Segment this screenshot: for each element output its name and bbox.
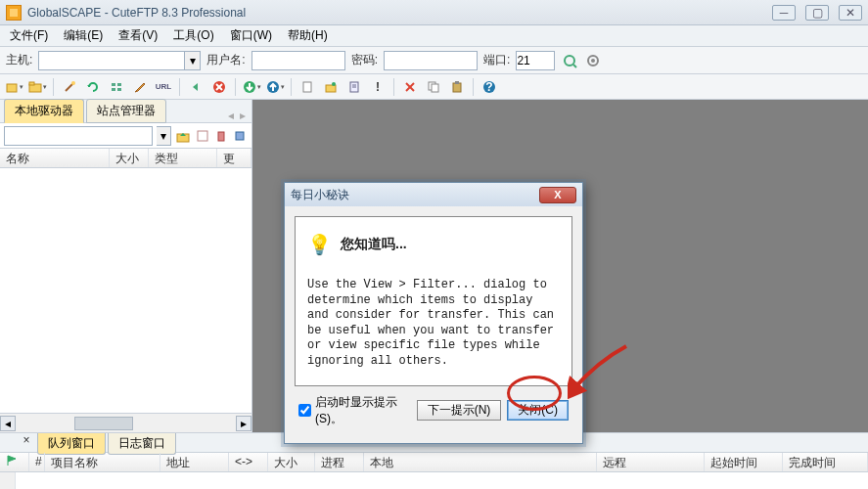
horizontal-scrollbar[interactable]: ◂ ▸ xyxy=(0,413,251,432)
tip-dialog: 每日小秘诀 X 💡 您知道吗... Use the View > Filter.… xyxy=(284,182,583,444)
cut-icon[interactable] xyxy=(400,77,420,97)
qcol-start[interactable]: 起始时间 xyxy=(705,453,783,471)
qcol-size[interactable]: 大小 xyxy=(268,453,315,471)
script-icon[interactable] xyxy=(344,77,364,97)
dialog-title-bar[interactable]: 每日小秘诀 X xyxy=(285,183,582,206)
connect-icon[interactable] xyxy=(561,52,578,69)
port-label: 端口: xyxy=(483,52,510,68)
menu-bar: 文件(F) 编辑(E) 查看(V) 工具(O) 窗口(W) 帮助(H) xyxy=(0,25,868,47)
copy-icon[interactable] xyxy=(424,77,443,97)
tab-queue[interactable]: 队列窗口 xyxy=(37,433,106,455)
paste-icon[interactable] xyxy=(447,77,467,97)
user-label: 用户名: xyxy=(206,52,245,68)
username-input[interactable] xyxy=(251,51,345,70)
folder-up-icon[interactable] xyxy=(175,128,190,144)
help-icon[interactable]: ? xyxy=(480,77,499,97)
tab-local-drives[interactable]: 本地驱动器 xyxy=(4,99,84,123)
edit-icon[interactable] xyxy=(130,77,150,97)
dialog-close-icon[interactable]: X xyxy=(539,187,576,203)
host-input[interactable] xyxy=(38,51,185,70)
menu-edit[interactable]: 编辑(E) xyxy=(58,25,109,46)
svg-rect-6 xyxy=(29,82,34,85)
more-icon[interactable] xyxy=(233,128,248,144)
scroll-thumb[interactable] xyxy=(74,417,133,430)
toolbar: ▾ ▾ URL ▾ ▾ ! ? xyxy=(0,74,868,100)
tab-log[interactable]: 日志窗口 xyxy=(108,433,176,455)
tab-site-manager[interactable]: 站点管理器 xyxy=(86,99,166,123)
next-tip-button[interactable]: 下一提示(N) xyxy=(417,400,502,421)
svg-point-20 xyxy=(332,82,336,86)
port-input[interactable] xyxy=(516,51,555,70)
col-more[interactable]: 更 xyxy=(217,149,251,167)
left-pane: 本地驱动器 站点管理器 ◂ ▸ ▾ 名称 大小 类型 更 ◂ ▸ xyxy=(0,100,252,432)
tip-heading: 您知道吗... xyxy=(341,236,407,253)
upload-icon[interactable]: ▾ xyxy=(265,77,285,97)
menu-file[interactable]: 文件(F) xyxy=(4,25,54,46)
col-name[interactable]: 名称 xyxy=(0,149,110,167)
svg-point-8 xyxy=(71,81,75,85)
qcol-prog[interactable]: 进程 xyxy=(315,453,364,471)
close-button[interactable]: 关闭(C) xyxy=(507,400,569,421)
qcol-local[interactable]: 本地 xyxy=(364,453,597,471)
new-file-icon[interactable] xyxy=(297,77,317,97)
bottom-tabs-close-icon[interactable]: × xyxy=(20,433,33,447)
app-icon xyxy=(6,5,22,21)
show-on-startup-input[interactable] xyxy=(298,404,311,417)
queue-header: # 项目名称 地址 <-> 大小 进程 本地 远程 起始时间 完成时间 xyxy=(0,453,868,472)
qcol-flag[interactable] xyxy=(0,453,29,471)
view-icon[interactable] xyxy=(107,77,126,97)
svg-point-0 xyxy=(565,56,574,66)
refresh-icon[interactable] xyxy=(83,77,103,97)
qcol-addr[interactable]: 地址 xyxy=(160,453,229,471)
exec-icon[interactable]: ! xyxy=(368,77,388,97)
qcol-remote[interactable]: 远程 xyxy=(597,453,705,471)
file-list-header: 名称 大小 类型 更 xyxy=(0,149,251,168)
menu-help[interactable]: 帮助(H) xyxy=(282,25,334,46)
qcol-item[interactable]: 项目名称 xyxy=(45,453,160,471)
tab-next-icon[interactable]: ▸ xyxy=(238,109,248,122)
window-close-button[interactable]: ✕ xyxy=(839,5,862,21)
svg-rect-11 xyxy=(117,83,121,86)
new-folder-icon[interactable] xyxy=(321,77,341,97)
qcol-dir[interactable]: <-> xyxy=(229,453,268,471)
svg-line-1 xyxy=(573,65,576,67)
file-list-body[interactable] xyxy=(0,168,251,413)
left-tabs: 本地驱动器 站点管理器 ◂ ▸ xyxy=(0,100,251,123)
qcol-end[interactable]: 完成时间 xyxy=(783,453,868,471)
col-size[interactable]: 大小 xyxy=(110,149,149,167)
menu-view[interactable]: 查看(V) xyxy=(113,25,163,46)
svg-rect-9 xyxy=(112,83,115,86)
window-title: GlobalSCAPE - CuteFTP 8.3 Professional xyxy=(27,6,246,20)
settings-icon[interactable] xyxy=(584,52,602,69)
scroll-left-icon[interactable]: ◂ xyxy=(0,416,16,431)
delete-icon[interactable] xyxy=(213,128,228,144)
svg-rect-27 xyxy=(432,84,438,92)
back-icon[interactable] xyxy=(186,77,206,97)
password-input[interactable] xyxy=(384,51,478,70)
minimize-button[interactable]: ─ xyxy=(772,5,796,21)
stop-icon[interactable] xyxy=(209,77,229,97)
show-on-startup-checkbox[interactable]: 启动时显示提示(S)。 xyxy=(298,394,405,427)
svg-point-3 xyxy=(591,59,595,63)
svg-rect-10 xyxy=(112,88,115,91)
maximize-button[interactable]: ▢ xyxy=(805,5,829,21)
title-bar: GlobalSCAPE - CuteFTP 8.3 Professional ─… xyxy=(0,0,868,25)
svg-text:?: ? xyxy=(485,80,492,94)
path-input[interactable] xyxy=(4,126,153,146)
col-type[interactable]: 类型 xyxy=(149,149,217,167)
tab-prev-icon[interactable]: ◂ xyxy=(226,109,236,122)
scroll-right-icon[interactable]: ▸ xyxy=(236,416,251,431)
url-icon[interactable]: URL xyxy=(154,77,173,97)
host-dropdown-icon[interactable]: ▾ xyxy=(185,51,201,70)
menu-window[interactable]: 窗口(W) xyxy=(224,25,278,46)
path-dropdown-icon[interactable]: ▾ xyxy=(157,126,171,146)
queue-pane: # 项目名称 地址 <-> 大小 进程 本地 远程 起始时间 完成时间 xyxy=(0,452,868,489)
download-icon[interactable]: ▾ xyxy=(242,77,261,97)
show-on-startup-label: 启动时显示提示(S)。 xyxy=(315,394,405,427)
menu-tools[interactable]: 工具(O) xyxy=(167,25,219,46)
qcol-num[interactable]: # xyxy=(29,453,45,471)
new-connection-icon[interactable]: ▾ xyxy=(4,77,23,97)
folder-icon[interactable]: ▾ xyxy=(27,77,47,97)
refresh-folder-icon[interactable] xyxy=(195,128,209,144)
wand-icon[interactable] xyxy=(60,77,79,97)
